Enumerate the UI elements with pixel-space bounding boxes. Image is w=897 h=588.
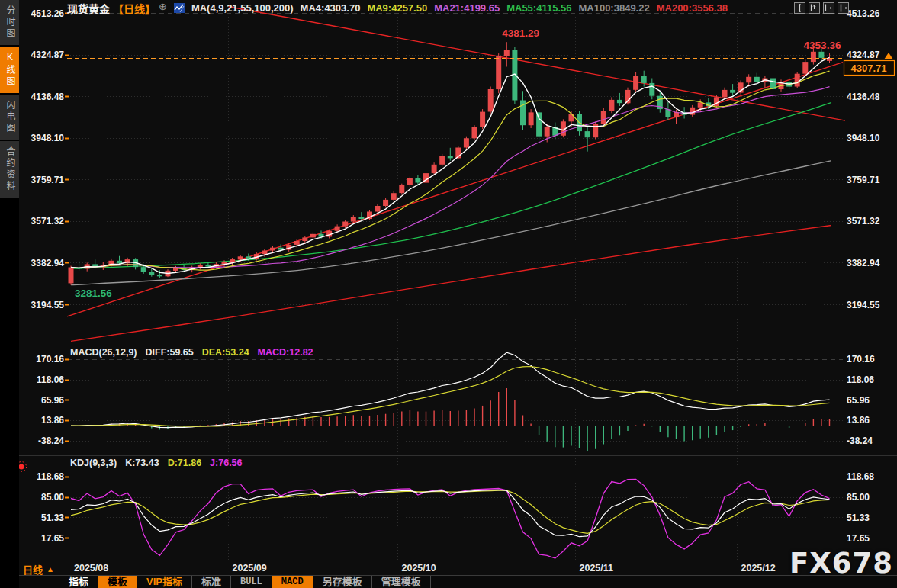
price-annotations: 4381.293281.564353.364307.71: [67, 27, 895, 299]
macd-diff-value: DIFF:59.65: [146, 347, 194, 358]
watermark-logo: FX678: [789, 547, 893, 580]
svg-text:118.06: 118.06: [37, 374, 64, 385]
period-title: 【日线】: [113, 1, 156, 16]
chart-canvas[interactable]: 4513.264513.264324.874324.874136.484136.…: [0, 0, 897, 588]
svg-text:3194.55: 3194.55: [31, 300, 65, 310]
svg-text:3759.71: 3759.71: [31, 175, 65, 185]
sidebar: 分时图 K线图 闪电图 合约资料: [0, 0, 19, 588]
svg-text:3382.94: 3382.94: [31, 258, 65, 268]
svg-text:3382.94: 3382.94: [847, 258, 880, 268]
toolbar-tab-templates[interactable]: 模板: [98, 576, 137, 588]
zoom-out-axis-button[interactable]: [823, 2, 834, 14]
svg-text:4513.26: 4513.26: [847, 8, 880, 19]
svg-text:85.00: 85.00: [847, 492, 870, 503]
kdj-params-label: KDJ(9,3,3): [70, 458, 117, 468]
macd-panel-header: MACD(26,12,9) DIFF:59.65 DEA:53.24 MACD:…: [70, 347, 313, 358]
svg-text:2025/11: 2025/11: [580, 563, 614, 574]
panel-collapse-icon: [839, 4, 847, 12]
sidebar-tab-contract-info[interactable]: 合约资料: [0, 141, 19, 198]
svg-text:13.86: 13.86: [847, 415, 870, 426]
macd-grid: 170.16170.16118.06118.0665.9665.9613.861…: [36, 354, 875, 446]
period-selector-arrow-icon: ▲: [47, 565, 54, 574]
svg-text:3571.32: 3571.32: [847, 216, 880, 227]
svg-text:118.06: 118.06: [847, 374, 874, 385]
trading-app-window: 4513.264513.264324.874324.874136.484136.…: [0, 0, 897, 588]
crosshair-icon: [796, 4, 804, 12]
axis-zoom-in-icon: [810, 4, 818, 12]
svg-text:118.68: 118.68: [37, 471, 64, 482]
kdj-k-value: K:73.43: [125, 458, 159, 468]
svg-text:4513.26: 4513.26: [31, 8, 65, 19]
svg-text:3948.10: 3948.10: [31, 133, 65, 143]
svg-text:3948.10: 3948.10: [847, 133, 880, 143]
svg-text:3759.71: 3759.71: [847, 175, 880, 185]
ma200-value: MA200:3556.38: [657, 2, 728, 14]
svg-text:17.65: 17.65: [847, 533, 870, 544]
svg-text:17.65: 17.65: [41, 533, 64, 544]
svg-text:2025/12: 2025/12: [741, 563, 776, 574]
svg-text:85.00: 85.00: [41, 492, 64, 503]
crosshair-move-button[interactable]: [794, 2, 805, 14]
sidebar-tab-flash-chart[interactable]: 闪电图: [0, 95, 19, 140]
svg-text:51.33: 51.33: [847, 512, 870, 523]
svg-text:3194.55: 3194.55: [847, 300, 880, 310]
svg-text:2025/10: 2025/10: [402, 563, 436, 574]
svg-text:-38.24: -38.24: [847, 435, 873, 446]
toolbar-tab-standard[interactable]: 标准: [192, 576, 231, 588]
macd-dea-value: DEA:53.24: [202, 347, 249, 358]
zoom-in-axis-button[interactable]: [809, 2, 820, 14]
ma9-value: MA9:4257.50: [367, 2, 427, 14]
svg-text:4136.48: 4136.48: [847, 92, 880, 102]
kdj-j-value: J:76.56: [210, 458, 242, 468]
svg-text:4136.48: 4136.48: [31, 92, 65, 102]
svg-text:4324.87: 4324.87: [31, 50, 65, 60]
ma-settings-label: MA(4,9,21,55,100,200): [191, 2, 294, 14]
svg-text:4324.87: 4324.87: [847, 50, 880, 60]
svg-text:-38.24: -38.24: [38, 435, 64, 446]
svg-text:4381.29: 4381.29: [502, 27, 539, 39]
macd-params-label: MACD(26,12,9): [70, 347, 137, 358]
svg-text:2025/08: 2025/08: [74, 563, 108, 574]
kdj-lines: [71, 480, 830, 559]
toolbar-tab-vip-indicators[interactable]: VIP指标: [137, 576, 192, 588]
collapse-panel-button[interactable]: [838, 2, 849, 14]
add-indicator-icon[interactable]: ⊕: [159, 1, 167, 16]
axis-zoom-out-icon: [825, 4, 833, 12]
toolbar-tab-manage-template[interactable]: 管理模板: [372, 576, 431, 588]
macd-macd-value: MACD:12.82: [258, 347, 313, 358]
toolbar-tab-indicators[interactable]: 指标: [59, 576, 98, 588]
kdj-panel-header: KDJ(9,3,3) K:73.43 D:71.86 J:76.56: [70, 458, 243, 468]
toolbar-tab-save-template[interactable]: 另存模板: [313, 576, 372, 588]
ma55-value: MA55:4115.56: [506, 2, 571, 14]
svg-text:65.96: 65.96: [847, 395, 870, 406]
svg-text:3281.56: 3281.56: [75, 288, 112, 299]
sidebar-tab-time-chart[interactable]: 分时图: [0, 0, 19, 45]
svg-text:4307.71: 4307.71: [851, 63, 887, 74]
svg-text:118.68: 118.68: [847, 471, 874, 482]
kdj-d-value: D:71.86: [168, 458, 201, 468]
svg-text:170.16: 170.16: [847, 354, 875, 365]
scroll-to-latest-icon: [884, 53, 893, 59]
toolbar-tab-macd[interactable]: MACD: [272, 576, 313, 588]
svg-text:51.33: 51.33: [41, 512, 64, 523]
svg-text:3571.32: 3571.32: [31, 216, 65, 227]
chart-toolbar: [794, 2, 849, 14]
macd-histogram: [71, 388, 830, 451]
ma4-value: MA4:4303.70: [301, 2, 361, 14]
bottom-toolbar: 指标 模板 VIP指标 标准 BULL MACD 另存模板 管理模板: [19, 575, 897, 588]
symbol-title: 现货黄金: [67, 1, 110, 16]
chart-type-icon[interactable]: [174, 3, 185, 13]
ma100-value: MA100:3849.22: [578, 2, 649, 14]
svg-text:4353.36: 4353.36: [804, 40, 841, 51]
x-axis-grid: 2025/082025/092025/102025/112025/12: [74, 8, 776, 574]
svg-text:13.86: 13.86: [41, 415, 64, 426]
svg-text:170.16: 170.16: [36, 354, 64, 365]
chart-header: 现货黄金 【日线】 ⊕ MA(4,9,21,55,100,200) MA4:43…: [67, 2, 728, 14]
svg-text:2025/09: 2025/09: [233, 563, 267, 574]
toolbar-tab-bull[interactable]: BULL: [231, 576, 272, 588]
sidebar-tab-kline-chart[interactable]: K线图: [0, 47, 19, 93]
ma21-value: MA21:4199.65: [434, 2, 500, 14]
svg-text:65.96: 65.96: [41, 395, 64, 406]
